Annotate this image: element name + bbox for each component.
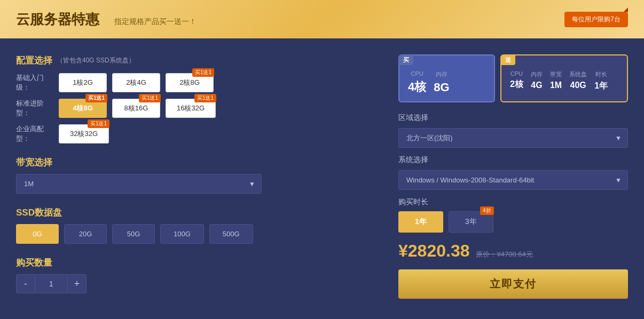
buy-card: 买 CPU 4核 内存 8G [398, 54, 495, 102]
duration-title: 购买时长 [398, 197, 628, 207]
config-row-standard: 标准进阶型： 4核8G 买1送1 8核16G 买1送1 16核32G 买1送1 [16, 99, 377, 118]
quantity-plus-button[interactable]: + [67, 274, 87, 293]
tag-8c16g: 买1送1 [139, 94, 161, 102]
buy-card-memory-label: 内存 [434, 70, 449, 78]
config-btn-32c32g[interactable]: 32核32G 买1送1 [59, 124, 109, 143]
send-card-memory-value: 4G [531, 81, 543, 90]
left-panel: 配置选择 （皆包含40G SSD系统盘） 基础入门级： 1核2G 2核4G 2核… [16, 54, 377, 306]
ssd-btn-50g[interactable]: 50G [112, 224, 155, 244]
config-row-basic: 基础入门级： 1核2G 2核4G 2核8G 买1送1 [16, 73, 377, 92]
current-price: ¥2820.38 [398, 241, 469, 261]
main-container: 配置选择 （皆包含40G SSD系统盘） 基础入门级： 1核2G 2核4G 2核… [0, 38, 644, 319]
row-label-basic: 基础入门级： [16, 73, 53, 92]
buy-send-cards: 买 CPU 4核 内存 8G 送 CPU [398, 54, 628, 102]
quantity-title: 购买数量 [16, 257, 377, 269]
row-label-standard: 标准进阶型： [16, 99, 53, 118]
region-title: 区域选择 [398, 113, 628, 123]
config-title: 配置选择 （皆包含40G SSD系统盘） [16, 54, 377, 67]
config-btn-1c2g[interactable]: 1核2G [59, 73, 107, 92]
duration-btn-1year[interactable]: 1年 [398, 211, 443, 233]
duration-section: 购买时长 1年 3年 4折 [398, 197, 628, 233]
ssd-btn-100g[interactable]: 100G [160, 224, 204, 244]
buy-card-cpu: CPU 4核 [408, 70, 426, 95]
header-subtitle: 指定规格产品买一送一！ [114, 17, 197, 27]
send-card-bandwidth-label: 带宽 [550, 70, 562, 78]
buy-card-cpu-label: CPU [408, 70, 426, 77]
config-subtitle: （皆包含40G SSD系统盘） [57, 56, 135, 65]
send-card-duration: 时长 1年 [594, 70, 608, 92]
send-card-bandwidth: 带宽 1M [550, 70, 562, 90]
send-card-disk-label: 系统盘 [569, 70, 587, 78]
send-card-memory-label: 内存 [531, 70, 543, 78]
ssd-title: SSD数据盘 [16, 206, 377, 219]
tag-2c8g: 买1送1 [192, 68, 214, 77]
tag-16c32g: 买1送1 [194, 94, 216, 102]
price-row: ¥2820.38 原价：¥4700.64元 [398, 241, 628, 261]
ssd-btn-0g[interactable]: 0G [16, 224, 59, 244]
ssd-btn-500g[interactable]: 500G [209, 224, 253, 244]
tag-4c8g: 买1送1 [85, 94, 107, 102]
region-select[interactable]: 北方一区(沈阳) 北方二区(北京) 东部一区(上海) 南部一区(广州) [398, 128, 628, 148]
right-panel: 买 CPU 4核 内存 8G 送 CPU [398, 54, 628, 306]
row-label-enterprise: 企业高配型： [16, 124, 53, 143]
original-price: 原价：¥4700.64元 [476, 250, 532, 259]
ssd-section: SSD数据盘 0G 20G 50G 100G 500G [16, 206, 377, 244]
buy-card-memory: 内存 8G [434, 70, 449, 94]
send-card-duration-label: 时长 [594, 70, 608, 78]
config-btn-8c16g[interactable]: 8核16G 买1送1 [112, 99, 160, 118]
buy-card-tag: 买 [399, 55, 413, 65]
quantity-section: 购买数量 - + [16, 257, 377, 293]
config-section: 配置选择 （皆包含40G SSD系统盘） 基础入门级： 1核2G 2核4G 2核… [16, 54, 377, 143]
config-btn-16c32g[interactable]: 16核32G 买1送1 [166, 99, 216, 118]
config-btn-2c4g[interactable]: 2核4G [112, 73, 160, 92]
send-card-specs: CPU 2核 内存 4G 带宽 1M 系统盘 40G [510, 70, 618, 92]
tag-32c32g: 买1送1 [88, 119, 109, 128]
quantity-minus-button[interactable]: - [16, 274, 35, 293]
region-section: 区域选择 北方一区(沈阳) 北方二区(北京) 东部一区(上海) 南部一区(广州)… [398, 113, 628, 148]
send-card: 送 CPU 2核 内存 4G 带宽 1M 系统盘 [500, 54, 628, 102]
config-rows: 基础入门级： 1核2G 2核4G 2核8G 买1送1 标准进阶型： 4核8G 买… [16, 73, 377, 143]
system-section: 系统选择 Windows / Windows-2008-Standard-64b… [398, 155, 628, 190]
bandwidth-section: 带宽选择 1M 2M 5M 10M ▼ [16, 156, 377, 194]
bandwidth-select[interactable]: 1M 2M 5M 10M [16, 174, 262, 194]
config-btn-4c8g[interactable]: 4核8G 买1送1 [59, 99, 107, 118]
send-card-cpu-value: 2核 [510, 79, 523, 90]
header-banner: 云服务器特惠 指定规格产品买一送一！ 每位用户限购7台 [0, 0, 644, 38]
header-title: 云服务器特惠 [16, 10, 99, 29]
quantity-input[interactable] [35, 274, 67, 293]
discount-tag-3year: 4折 [480, 206, 494, 215]
buy-card-cpu-value: 4核 [408, 79, 426, 95]
region-select-wrapper: 北方一区(沈阳) 北方二区(北京) 东部一区(上海) 南部一区(广州) ▼ [398, 128, 628, 148]
send-card-disk-value: 40G [569, 81, 587, 90]
send-card-bandwidth-value: 1M [550, 81, 562, 90]
limit-badge: 每位用户限购7台 [564, 12, 628, 27]
pay-button[interactable]: 立即支付 [398, 269, 628, 299]
send-card-disk: 系统盘 40G [569, 70, 587, 90]
ssd-buttons: 0G 20G 50G 100G 500G [16, 224, 377, 244]
duration-btn-3year[interactable]: 3年 4折 [449, 211, 493, 233]
system-select-wrapper: Windows / Windows-2008-Standard-64bit Ce… [398, 170, 628, 190]
duration-buttons: 1年 3年 4折 [398, 211, 628, 233]
send-card-duration-value: 1年 [594, 81, 608, 92]
send-card-cpu-label: CPU [510, 70, 523, 77]
config-btn-2c8g[interactable]: 2核8G 买1送1 [166, 73, 214, 92]
bandwidth-title: 带宽选择 [16, 156, 377, 169]
buy-card-specs: CPU 4核 内存 8G [408, 70, 485, 95]
send-card-memory: 内存 4G [531, 70, 543, 90]
send-card-cpu: CPU 2核 [510, 70, 523, 90]
bandwidth-select-wrapper: 1M 2M 5M 10M ▼ [16, 174, 262, 194]
buy-card-memory-value: 8G [434, 81, 449, 94]
send-card-tag: 送 [501, 55, 515, 65]
quantity-controls: - + [16, 274, 377, 293]
ssd-btn-20g[interactable]: 20G [64, 224, 107, 244]
config-row-enterprise: 企业高配型： 32核32G 买1送1 [16, 124, 377, 143]
system-title: 系统选择 [398, 155, 628, 165]
system-select[interactable]: Windows / Windows-2008-Standard-64bit Ce… [398, 170, 628, 190]
